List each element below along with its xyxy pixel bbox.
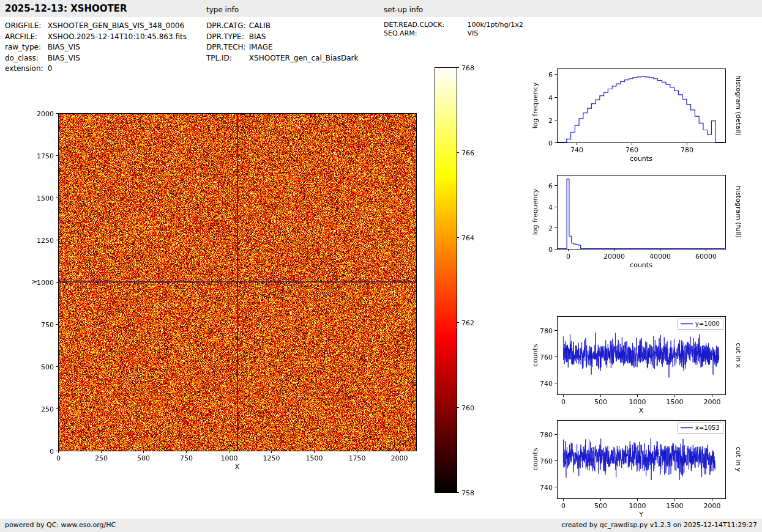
histogram-detail-plot <box>531 60 742 170</box>
footer-created-by: created by qc_rawdisp.py v1.2.3 on 2025-… <box>561 521 757 529</box>
setup-info-column: DET.READ.CLOCK: 100k/1pt/hg/1x2 SEQ.ARM:… <box>384 21 523 38</box>
header-bar: 2025-12-13: XSHOOTER type info set-up in… <box>0 0 762 17</box>
type-info-heading: type info <box>206 6 239 14</box>
metadata-row: SEQ.ARM: VIS <box>384 29 523 38</box>
metadata-label: do_class: <box>5 53 45 64</box>
metadata-value: BIAS_VIS <box>48 54 80 62</box>
metadata-row: DPR.TYPE: BIAS <box>206 32 358 43</box>
metadata-row: extension: 0 <box>5 64 187 75</box>
metadata-row: DPR.TECH: IMAGE <box>206 42 358 53</box>
metadata-row: ARCFILE: XSHOO.2025-12-14T10:10:45.863.f… <box>5 32 187 43</box>
metadata-row: DET.READ.CLOCK: 100k/1pt/hg/1x2 <box>384 21 523 29</box>
setup-info-heading: set-up info <box>384 6 423 14</box>
metadata-label: DPR.TECH: <box>206 42 247 53</box>
footer-qc-link: powered by QC: www.eso.org/HC <box>5 521 116 529</box>
metadata-value: IMAGE <box>249 43 273 51</box>
colorbar <box>428 61 487 501</box>
metadata-row: do_class: BIAS_VIS <box>5 53 187 64</box>
metadata-value: XSHOOTER_GEN_BIAS_VIS_348_0006 <box>48 21 184 30</box>
type-info-column: DPR.CATG: CALIB DPR.TYPE: BIAS DPR.TECH:… <box>206 21 358 64</box>
metadata-value: CALIB <box>249 21 271 30</box>
file-info-column: ORIGFILE: XSHOOTER_GEN_BIAS_VIS_348_0006… <box>5 21 187 75</box>
page-title: 2025-12-13: XSHOOTER <box>5 3 127 14</box>
metadata-row: DPR.CATG: CALIB <box>206 21 358 32</box>
metadata-label: ORIGFILE: <box>5 21 45 32</box>
metadata-value: VIS <box>468 29 479 37</box>
metadata-label: raw_type: <box>5 42 45 53</box>
metadata-value: XSHOO.2025-12-14T10:10:45.863.fits <box>48 32 187 41</box>
histogram-full-plot <box>531 166 742 276</box>
metadata-value: 100k/1pt/hg/1x2 <box>468 21 523 29</box>
metadata-value: XSHOOTER_gen_cal_BiasDark <box>249 54 359 62</box>
footer-bar: powered by QC: www.eso.org/HC created by… <box>0 519 762 532</box>
metadata-value: BIAS_VIS <box>48 43 80 51</box>
metadata-label: TPL.ID: <box>206 53 247 64</box>
cut-in-y-plot <box>531 412 742 522</box>
metadata-label: extension: <box>5 64 45 75</box>
metadata-row: ORIGFILE: XSHOOTER_GEN_BIAS_VIS_348_0006 <box>5 21 187 32</box>
metadata-label: ARCFILE: <box>5 32 45 43</box>
qc-report-page: 2025-12-13: XSHOOTER type info set-up in… <box>0 0 762 532</box>
metadata-label: SEQ.ARM: <box>384 29 465 38</box>
metadata-value: BIAS <box>249 32 266 41</box>
metadata-row: TPL.ID: XSHOOTER_gen_cal_BiasDark <box>206 53 358 64</box>
bias-frame-image-plot <box>21 104 425 484</box>
metadata-label: DET.READ.CLOCK: <box>384 21 465 29</box>
metadata-value: 0 <box>48 64 53 73</box>
metadata-row: raw_type: BIAS_VIS <box>5 42 187 53</box>
cut-in-x-plot <box>531 308 742 418</box>
metadata-label: DPR.CATG: <box>206 21 247 32</box>
metadata-label: DPR.TYPE: <box>206 32 247 43</box>
